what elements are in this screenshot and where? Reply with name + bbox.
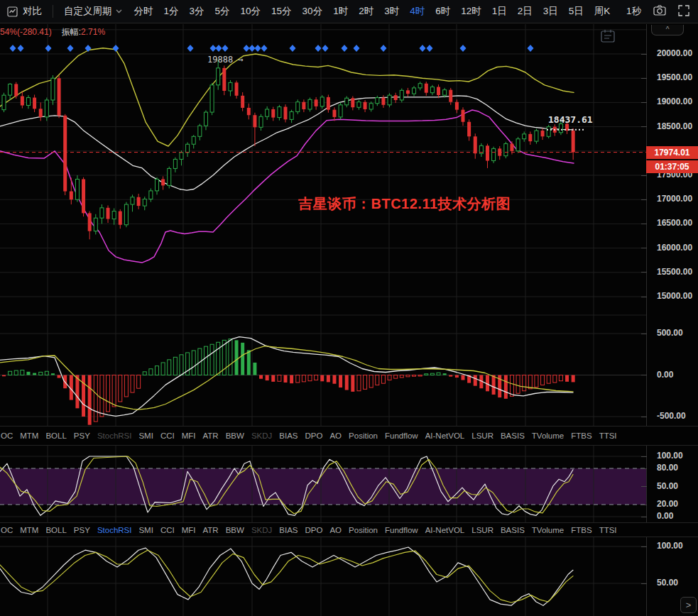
timeframe-2日[interactable]: 2日 [518,5,533,18]
timeframe-1分[interactable]: 1分 [164,5,179,18]
timeframe-分时[interactable]: 分时 [134,5,153,18]
indicator-tab-lsur[interactable]: LSUR [471,431,493,440]
axis-tick [641,546,647,547]
timeframe-3时[interactable]: 3时 [384,5,399,18]
camera-icon[interactable] [653,5,666,18]
timeframe-3分[interactable]: 3分 [190,5,205,18]
indicator-tab-boll[interactable]: BOLL [45,526,66,534]
compare-button[interactable]: 对比 [23,5,42,18]
indicator-tab-position[interactable]: Position [349,431,378,440]
axis-tick [641,78,647,79]
amplitude-value: 2.71% [81,27,105,37]
timeframe-3日[interactable]: 3日 [543,5,558,18]
indicator-tab-boll[interactable]: BOLL [45,431,66,440]
indicator-tab-mtm[interactable]: MTM [20,526,38,534]
indicator-tab-atr[interactable]: ATR [203,526,219,534]
axis-tick [641,417,647,417]
axis-label: 20.00 [657,499,678,509]
change-value: 54%(-280.41) [0,27,52,37]
indicator-tab-lsur[interactable]: LSUR [471,526,493,534]
indicator-tab-stochrsi[interactable]: StochRSI [97,526,132,534]
last-price-badge: 17974.01 [646,146,698,159]
indicator-tab-bbw[interactable]: BBW [226,526,244,534]
timeframe-12时[interactable]: 12时 [461,5,481,18]
indicator-tab-ttsi[interactable]: TTSI [599,526,617,534]
collapse-icon: ^ [666,26,670,33]
indicator-tab-psy[interactable]: PSY [74,431,90,440]
timeframe-1时[interactable]: 1时 [333,5,348,18]
indicator-tab-smi[interactable]: SMI [138,526,153,534]
axis-label: 18500.00 [657,121,692,131]
axis-tick [641,54,647,55]
timeframe-2时[interactable]: 2时 [359,5,373,18]
timeframe-list: 分时1分3分5分10分15分30分1时2时3时4时6时12时1日2日3日5日周K [134,5,611,18]
indicator-tab-bbw[interactable]: BBW [226,431,244,440]
indicator-tab-dpo[interactable]: DPO [305,431,323,440]
indicator-tab-ftbs[interactable]: FTBS [571,526,591,534]
timeframe-30分[interactable]: 30分 [302,5,323,18]
indicator-tab-skdj[interactable]: SKDJ [251,526,272,534]
axis-label: 100.00 [657,451,683,461]
indicator-tab-mtm[interactable]: MTM [20,431,38,440]
indicator-tab-ao[interactable]: AO [329,526,342,534]
indicator-tab-ai-netvol[interactable]: AI-NetVOL [425,526,465,534]
indicator-tab-tvolume[interactable]: TVolume [532,526,564,534]
axis-label: -500.00 [657,411,686,421]
custom-period-label: 自定义周期 [64,5,112,18]
timeframe-6时[interactable]: 6时 [435,5,450,18]
indicator-tab-skdj[interactable]: SKDJ [251,431,272,440]
fullscreen-icon[interactable] [678,5,689,18]
amplitude: 振幅:2.71% [62,26,105,38]
custom-period-dropdown[interactable]: 自定义周期 [64,5,122,18]
timeframe-5分[interactable]: 5分 [215,5,230,18]
indicator-tab-oc[interactable]: OC [1,431,13,440]
indicator-tab-tvolume[interactable]: TVolume [532,431,564,440]
axis-label: 15500.00 [657,267,692,277]
axis-tick [641,375,647,375]
indicator-tab-mfi[interactable]: MFI [182,431,196,440]
indicator-tab-ftbs[interactable]: FTBS [571,431,591,440]
indicator-tab-mfi[interactable]: MFI [182,526,196,534]
indicator-tab-atr[interactable]: ATR [203,431,219,440]
indicator-tab-fundflow[interactable]: Fundflow [385,431,418,440]
toolbar-right: 1秒 [626,5,689,18]
indicator-tab-oc[interactable]: OC [1,526,13,534]
timeframe-10分[interactable]: 10分 [241,5,261,18]
indicator-tab-psy[interactable]: PSY [74,526,90,534]
axis-label: 17000.00 [657,194,692,204]
calendar-icon[interactable] [600,28,616,47]
tick-interval-button[interactable]: 1秒 [626,5,641,18]
indicator-tab-ao[interactable]: AO [329,431,342,440]
indicator-tab-cci[interactable]: CCI [160,431,175,440]
timeframe-周K[interactable]: 周K [594,5,611,18]
indicator-tab-position[interactable]: Position [349,526,378,534]
indicator-tab-fundflow[interactable]: Fundflow [385,526,418,534]
toolbar-separator [53,5,53,18]
collapse-axis-button[interactable]: ^ [651,25,684,35]
indicator-tab-stochrsi[interactable]: StochRSI [97,431,132,440]
timeframe-4时[interactable]: 4时 [410,5,425,18]
axis-tick [641,175,647,176]
timeframe-15分[interactable]: 15分 [271,5,292,18]
axis-label: 80.00 [657,463,678,473]
expand-icon: > [686,600,692,610]
indicator-tab-basis[interactable]: BASIS [501,431,525,440]
indicator-tab-cci[interactable]: CCI [160,526,175,534]
timeframe-1日[interactable]: 1日 [492,5,507,18]
chevron-down-icon [116,9,122,13]
axis-tick [641,468,647,469]
expand-panel-button[interactable]: > [680,597,697,613]
indicator-tab-bias[interactable]: BIAS [279,431,298,440]
compare-icon[interactable] [7,6,18,17]
indicator-tab-row-1: OCMTMBOLLPSYStochRSISMICCIMFIATRBBWSKDJB… [0,426,698,446]
indicator-tab-ai-netvol[interactable]: AI-NetVOL [425,431,465,440]
indicator-tab-basis[interactable]: BASIS [501,526,525,534]
indicator-tab-dpo[interactable]: DPO [305,526,323,534]
indicator-tab-ttsi[interactable]: TTSI [599,431,617,440]
timeframe-5日[interactable]: 5日 [569,5,584,18]
indicator-tab-bias[interactable]: BIAS [279,526,298,534]
price-info-bar: 54%(-280.41) 振幅:2.71% [0,26,105,38]
axis-tick [641,126,647,127]
axis-label: 50.00 [657,578,678,588]
indicator-tab-smi[interactable]: SMI [138,431,153,440]
